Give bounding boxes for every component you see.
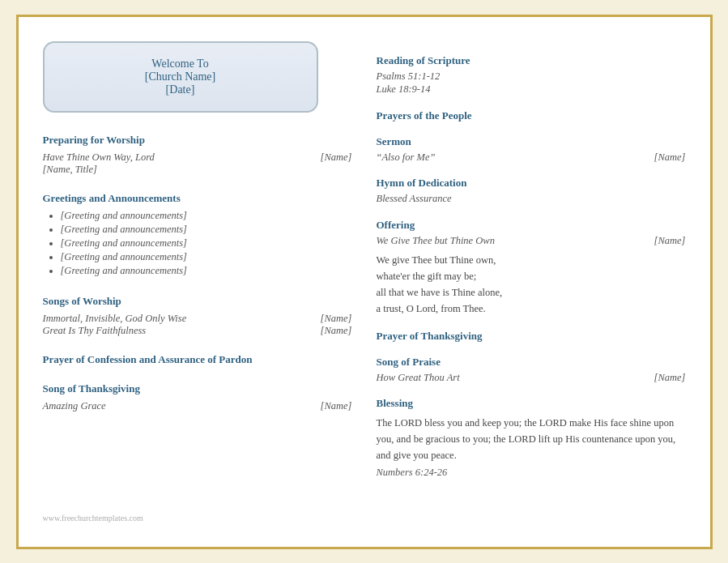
heading-songs-of-worship: Songs of Worship [43, 295, 352, 308]
heading-song-of-praise: Song of Praise [377, 356, 686, 369]
sermon-line: “Also for Me” [Name] [377, 151, 686, 164]
song-title-amazing-grace: Amazing Grace [43, 400, 304, 412]
section-greetings-announcements: Greetings and Announcements [Greeting an… [43, 187, 352, 279]
song-line-have-thine: Have Thine Own Way, Lord [Name] [43, 151, 352, 164]
section-hymn-of-dedication: Hymn of Dedication Blessed Assurance [377, 172, 686, 206]
song-name-great-is: [Name] [321, 325, 352, 337]
song-of-praise-line: How Great Thou Art [Name] [377, 372, 686, 384]
offering-song-line: We Give Thee but Thine Own [Name] [377, 235, 686, 247]
offering-name: [Name] [654, 235, 686, 247]
blessing-body-text: The LORD bless you and keep you; the LOR… [377, 415, 686, 463]
footer-text: www.freechurchtemplates.com [43, 505, 352, 522]
right-column: Reading of Scripture Psalms 51:1-12 Luke… [377, 41, 686, 522]
welcome-box: Welcome To [Church Name] [Date] [43, 41, 318, 113]
section-prayer-confession: Prayer of Confession and Assurance of Pa… [43, 348, 352, 366]
list-item: [Greeting and announcements] [61, 224, 352, 236]
welcome-line2: [Church Name] [61, 70, 300, 83]
heading-blessing: Blessing [377, 397, 686, 410]
song-line-immortal: Immortal, Invisible, God Only Wise [Name… [43, 313, 352, 325]
song-name-have-thine: [Name] [321, 151, 352, 164]
heading-hymn-of-dedication: Hymn of Dedication [377, 177, 686, 190]
heading-offering: Offering [377, 219, 686, 232]
song-name-immortal: [Name] [321, 313, 352, 325]
song-of-praise-name: [Name] [654, 372, 686, 384]
heading-sermon: Sermon [377, 135, 686, 148]
welcome-line3: [Date] [61, 83, 300, 96]
heading-greetings-announcements: Greetings and Announcements [43, 192, 352, 205]
list-item: [Greeting and announcements] [61, 265, 352, 277]
song-name-amazing-grace: [Name] [321, 400, 352, 412]
numbers-reference: Numbers 6:24-26 [377, 467, 686, 479]
sermon-title: “Also for Me” [377, 151, 638, 164]
song-line-amazing-grace: Amazing Grace [Name] [43, 400, 352, 412]
section-offering: Offering We Give Thee but Thine Own [Nam… [377, 214, 686, 317]
heading-song-of-thanksgiving: Song of Thanksgiving [43, 382, 352, 395]
heading-preparing-for-worship: Preparing for Worship [43, 134, 352, 147]
list-item: [Greeting and announcements] [61, 210, 352, 222]
section-song-of-praise: Song of Praise How Great Thou Art [Name] [377, 351, 686, 384]
section-prayer-of-thanksgiving: Prayer of Thanksgiving [377, 325, 686, 343]
announcements-list: [Greeting and announcements] [Greeting a… [43, 210, 352, 277]
song-title-immortal: Immortal, Invisible, God Only Wise [43, 313, 304, 325]
scripture-ref-psalms: Psalms 51:1-12 [377, 70, 686, 83]
left-column: Welcome To [Church Name] [Date] Preparin… [43, 41, 352, 522]
section-songs-of-worship: Songs of Worship Immortal, Invisible, Go… [43, 290, 352, 337]
section-sermon: Sermon “Also for Me” [Name] [377, 130, 686, 164]
song-title-have-thine: Have Thine Own Way, Lord [43, 151, 304, 164]
heading-prayers-of-the-people: Prayers of the People [377, 109, 686, 122]
song-line-great-is: Great Is Thy Faithfulness [Name] [43, 325, 352, 337]
heading-prayer-confession: Prayer of Confession and Assurance of Pa… [43, 353, 352, 366]
section-prayers-of-the-people: Prayers of the People [377, 104, 686, 122]
sermon-name: [Name] [654, 151, 686, 164]
list-item: [Greeting and announcements] [61, 237, 352, 250]
hymn-song-title: Blessed Assurance [377, 193, 686, 205]
list-item: [Greeting and announcements] [61, 251, 352, 263]
subtitle-name-title: [Name, Title] [43, 164, 352, 176]
song-of-praise-title: How Great Thou Art [377, 372, 638, 384]
section-reading-of-scripture: Reading of Scripture Psalms 51:1-12 Luke… [377, 49, 686, 96]
song-title-great-is: Great Is Thy Faithfulness [43, 325, 304, 337]
offering-body-text: We give Thee but Thine own,whate'er the … [377, 252, 686, 317]
section-preparing-for-worship: Preparing for Worship Have Thine Own Way… [43, 129, 352, 176]
church-bulletin-page: Welcome To [Church Name] [Date] Preparin… [16, 15, 713, 549]
scripture-ref-luke: Luke 18:9-14 [377, 83, 686, 96]
heading-prayer-of-thanksgiving: Prayer of Thanksgiving [377, 330, 686, 343]
heading-reading-of-scripture: Reading of Scripture [377, 54, 686, 67]
offering-song-title: We Give Thee but Thine Own [377, 235, 638, 247]
section-song-of-thanksgiving: Song of Thanksgiving Amazing Grace [Name… [43, 377, 352, 412]
section-blessing: Blessing The LORD bless you and keep you… [377, 392, 686, 479]
welcome-line1: Welcome To [61, 58, 300, 70]
